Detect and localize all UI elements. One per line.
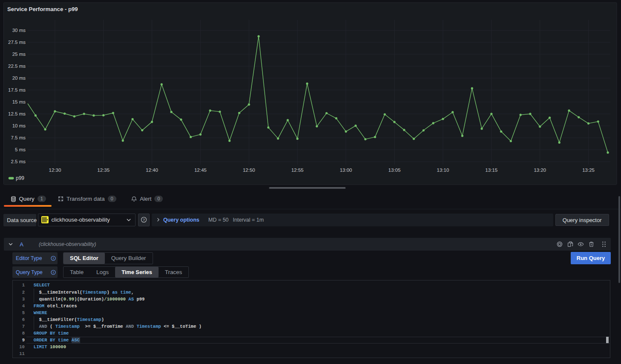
- svg-text:15 ms: 15 ms: [12, 99, 26, 104]
- svg-text:12:40: 12:40: [146, 168, 158, 173]
- svg-text:13:05: 13:05: [388, 168, 401, 173]
- svg-text:10 ms: 10 ms: [12, 123, 26, 128]
- svg-text:13:20: 13:20: [534, 168, 546, 173]
- svg-text:27.5 ms: 27.5 ms: [8, 40, 26, 45]
- svg-text:22.5 ms: 22.5 ms: [8, 64, 26, 69]
- svg-text:p99: p99: [16, 175, 24, 181]
- svg-text:13:10: 13:10: [437, 168, 449, 173]
- svg-text:Service Performance - p99: Service Performance - p99: [7, 6, 78, 12]
- svg-text:12.5 ms: 12.5 ms: [8, 111, 26, 116]
- svg-text:12:30: 12:30: [49, 168, 61, 173]
- svg-text:2.5 ms: 2.5 ms: [11, 159, 26, 164]
- svg-text:12:55: 12:55: [291, 168, 303, 173]
- svg-text:5 ms: 5 ms: [15, 147, 26, 152]
- svg-text:7.5 ms: 7.5 ms: [11, 135, 26, 140]
- svg-text:17.5 ms: 17.5 ms: [8, 87, 26, 92]
- svg-text:13:25: 13:25: [582, 168, 595, 173]
- svg-text:25 ms: 25 ms: [12, 52, 26, 57]
- svg-text:12:50: 12:50: [243, 168, 255, 173]
- svg-text:12:45: 12:45: [194, 168, 207, 173]
- svg-text:13:15: 13:15: [485, 168, 498, 173]
- svg-text:13:00: 13:00: [340, 168, 352, 173]
- svg-text:?: ?: [143, 218, 145, 222]
- svg-text:20 ms: 20 ms: [12, 75, 26, 81]
- svg-text:30 ms: 30 ms: [12, 28, 26, 33]
- svg-text:12:35: 12:35: [97, 168, 110, 173]
